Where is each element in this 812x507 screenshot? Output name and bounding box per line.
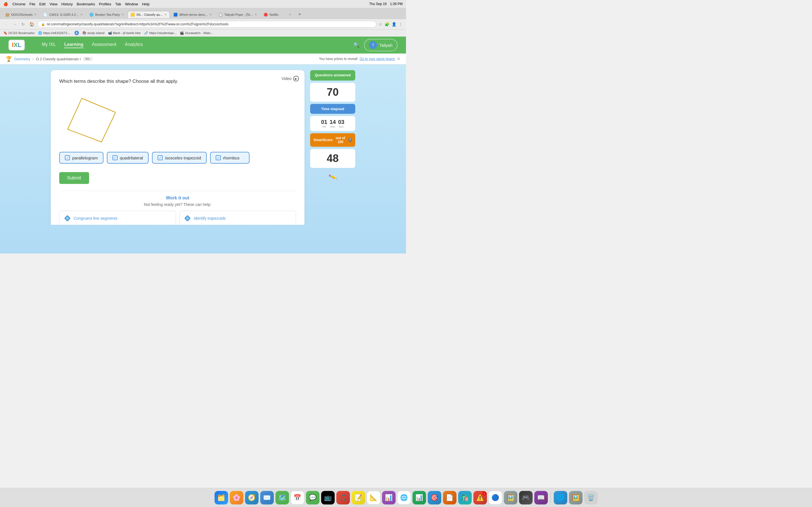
extension-puzzle-icon[interactable]: 🧩 xyxy=(385,22,389,26)
bookmark-hurawatch[interactable]: 🎬Hurawatch - Watc... xyxy=(180,31,213,35)
tab-ixl[interactable]: 🟨 IXL - Classify qu... ✕ xyxy=(128,11,170,18)
menu-profiles[interactable]: Profiles xyxy=(99,2,111,6)
menu-dots-icon[interactable]: ⋮ xyxy=(399,22,403,26)
video-label: Video xyxy=(282,76,292,81)
menubar: 🍎 Chrome File Edit View History Bookmark… xyxy=(0,0,406,8)
quadrilateral-shape xyxy=(59,90,116,146)
menu-time: 1:39 PM xyxy=(390,2,403,6)
tab-boston[interactable]: 🌐 Boston Tea Party ✕ xyxy=(86,11,127,18)
nav-analytics[interactable]: Analytics xyxy=(125,42,143,48)
tab-which[interactable]: 🟦 Which terms desc... ✕ xyxy=(170,11,215,18)
menu-help[interactable]: Help xyxy=(142,2,150,6)
level-badge: 86L xyxy=(83,57,93,61)
ixl-page: IXL My IXL Learning Assessment Analytics… xyxy=(0,37,406,253)
prize-link[interactable]: Go to your game board. xyxy=(359,57,395,61)
resource-trapezoids-label: Identify trapezoids xyxy=(194,216,226,221)
choices: ✓ parallelogram ✓ quadrilateral ✓ isosce… xyxy=(59,152,296,164)
choice-isosceles-trapezoid[interactable]: ✓ isosceles trapezoid xyxy=(152,152,207,164)
resource-congruent-label: Congruent line segments xyxy=(73,216,117,221)
nav-learning[interactable]: Learning xyxy=(64,42,84,48)
choice-quadrilateral[interactable]: ✓ quadrilateral xyxy=(107,152,149,164)
time-min: 14 MIN xyxy=(329,119,336,128)
bookmark-meet[interactable]: 📹Meet - jif-bwhb-hbe xyxy=(108,31,141,35)
addressbar: ← → ↻ 🏠 🔒 ixl.com/math/geometry/classify… xyxy=(0,19,406,30)
work-it-out-subtitle: Not feeling ready yet? These can help: xyxy=(59,202,296,207)
time-elapsed-box: Time elapsed xyxy=(310,104,355,114)
video-play-icon: ▶ xyxy=(293,76,299,81)
ixl-nav: My IXL Learning Assessment Analytics xyxy=(42,42,143,48)
checkbox-isosceles-trapezoid[interactable]: ✓ xyxy=(158,155,163,160)
submit-button[interactable]: Submit xyxy=(59,172,89,184)
bookmark-studentapi[interactable]: 🔗https://studentapi... xyxy=(144,31,176,35)
refresh-button[interactable]: ↻ xyxy=(20,21,26,27)
question-text: Which terms describe this shape? Choose … xyxy=(59,78,296,84)
home-button[interactable]: 🏠 xyxy=(28,21,35,27)
ixl-content: Video ▶ Which terms describe this shape?… xyxy=(0,64,406,253)
search-icon[interactable]: 🔍 xyxy=(353,42,359,48)
tab-doco[interactable]: 🏫 DOCOSchools ✕ xyxy=(2,11,40,18)
security-icon: 🔒 xyxy=(41,22,45,26)
time-display: 01 HR 14 MIN 03 SEC xyxy=(310,116,355,131)
diamond-icon-trapezoids xyxy=(184,215,191,222)
work-it-out: Work it out Not feeling ready yet? These… xyxy=(59,191,296,225)
menu-date: Thu Sep 19 xyxy=(369,2,387,6)
menu-file[interactable]: File xyxy=(29,2,35,6)
nav-assessment[interactable]: Assessment xyxy=(92,42,116,48)
choice-parallelogram-label: parallelogram xyxy=(72,156,98,160)
user-avatar: T xyxy=(369,41,377,49)
tab-cw13[interactable]: 📄 CW13: G.GSR.4.2... ✕ xyxy=(40,11,86,18)
svg-marker-0 xyxy=(68,98,116,142)
choice-rhombus-label: rhombus xyxy=(223,156,239,160)
resource-trapezoids[interactable]: Identify trapezoids xyxy=(179,211,296,225)
pencil-area: ✏️ xyxy=(310,172,355,181)
menu-tab[interactable]: Tab xyxy=(115,2,121,6)
back-button[interactable]: ← xyxy=(3,21,10,27)
bookmark-6[interactable]: 6 xyxy=(74,31,79,35)
ixl-nav-right: 🔍 T Taliyah xyxy=(353,39,398,51)
checkbox-parallelogram[interactable]: ✓ xyxy=(65,155,70,160)
smart-score-box: SmartScore out of 100 ? xyxy=(310,133,355,147)
bookmark-study-island[interactable]: 📚study island xyxy=(82,31,105,35)
bookmark-star-icon[interactable]: ☆ xyxy=(378,22,382,26)
apple-menu[interactable]: 🍎 xyxy=(3,2,8,6)
breadcrumb-parent[interactable]: Geometry xyxy=(14,57,30,61)
smart-score-outof: out of 100 xyxy=(334,136,347,144)
menu-edit[interactable]: Edit xyxy=(39,2,45,6)
menu-view[interactable]: View xyxy=(50,2,57,6)
ixl-logo[interactable]: IXL xyxy=(8,40,25,50)
menu-bookmarks[interactable]: Bookmarks xyxy=(77,2,95,6)
shape-area xyxy=(59,90,116,146)
ixl-header: IXL My IXL Learning Assessment Analytics… xyxy=(0,37,406,54)
exercise-container: Video ▶ Which terms describe this shape?… xyxy=(0,64,406,225)
new-tab-button[interactable]: + xyxy=(296,10,304,18)
nav-my-ixl[interactable]: My IXL xyxy=(42,42,56,48)
smart-score-info-icon[interactable]: ? xyxy=(349,138,352,142)
prize-close-button[interactable]: ✕ xyxy=(397,57,400,61)
menu-window[interactable]: Window xyxy=(125,2,138,6)
time-hr: 01 HR xyxy=(321,119,327,128)
menu-history[interactable]: History xyxy=(61,2,73,6)
checkbox-quadrilateral[interactable]: ✓ xyxy=(112,155,117,160)
profile-avatar-icon[interactable]: 👤 xyxy=(392,22,396,26)
tab-taliyah[interactable]: 📋 Taliyah Pope - [Te... ✕ xyxy=(215,11,260,18)
smart-score-value: 48 xyxy=(310,149,355,168)
checkbox-rhombus[interactable]: ✓ xyxy=(216,155,221,160)
breadcrumb-bar: 🏆 Geometry › O.2 Classify quadrilaterals… xyxy=(0,54,406,64)
choice-parallelogram[interactable]: ✓ parallelogram xyxy=(59,152,103,164)
prize-text: You have prizes to reveal! xyxy=(319,57,358,61)
bookmark-dcss[interactable]: 🔖DCSS Bookmarks xyxy=(3,31,35,35)
menu-chrome[interactable]: Chrome xyxy=(12,2,26,6)
forward-button[interactable]: → xyxy=(12,21,18,27)
resource-congruent[interactable]: Congruent line segments xyxy=(59,211,176,225)
video-link[interactable]: Video ▶ xyxy=(282,76,299,81)
bookmark-e816[interactable]: 🌐https://e8162672-... xyxy=(38,31,71,35)
url-bar[interactable]: 🔒 ixl.com/math/geometry/classify-quadril… xyxy=(38,21,376,27)
breadcrumb-current: O.2 Classify quadrilaterals I xyxy=(36,57,81,61)
tab-netflix[interactable]: 🔴 Netflix ✕ xyxy=(260,11,294,18)
user-menu-button[interactable]: T Taliyah xyxy=(364,39,398,51)
breadcrumb-separator: › xyxy=(33,57,34,61)
prize-notice: You have prizes to reveal! Go to your ga… xyxy=(319,57,400,61)
choice-rhombus[interactable]: ✓ rhombus xyxy=(210,152,250,164)
work-it-out-title: Work it out xyxy=(59,195,296,201)
bookmarks-bar: 🔖DCSS Bookmarks 🌐https://e8162672-... 6 … xyxy=(0,30,406,37)
